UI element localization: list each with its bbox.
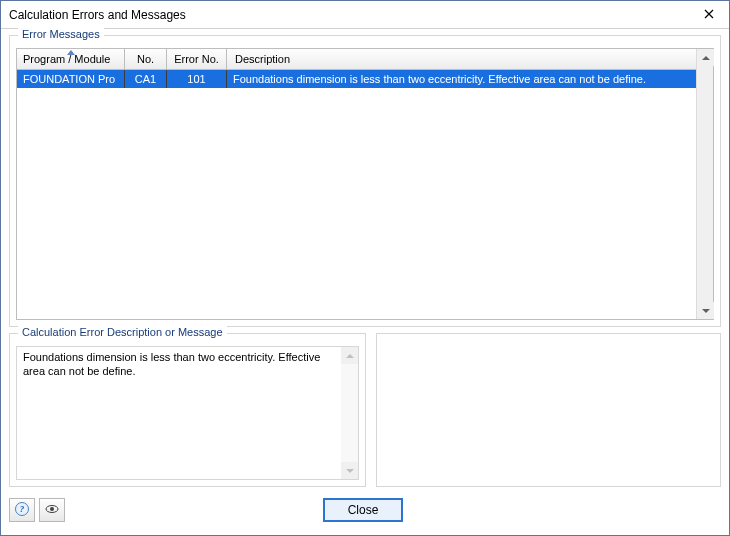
help-button[interactable]: ? — [9, 498, 35, 522]
help-icon: ? — [14, 501, 30, 520]
window-close-button[interactable] — [689, 1, 729, 29]
chevron-down-icon — [702, 304, 710, 318]
empty-panel — [376, 333, 721, 487]
cell-error-no: 101 — [167, 70, 227, 88]
cell-no: CA1 — [125, 70, 167, 88]
eye-icon — [44, 501, 60, 520]
table-row[interactable]: FOUNDATION Pro CA1 101 Foundations dimen… — [17, 70, 696, 88]
scroll-down-button[interactable] — [697, 302, 714, 319]
grid-body: FOUNDATION Pro CA1 101 Foundations dimen… — [17, 70, 696, 319]
footer-left: ? — [9, 498, 65, 522]
dialog-window: Calculation Errors and Messages Error Me… — [0, 0, 730, 536]
close-icon — [704, 8, 714, 22]
column-header-no[interactable]: No. — [125, 49, 167, 69]
grid-vertical-scrollbar[interactable] — [696, 49, 713, 319]
error-messages-group: Error Messages Program / Module No. Erro… — [9, 35, 721, 327]
errors-table-wrap: Program / Module No. Error No. Descripti… — [16, 48, 714, 320]
chevron-down-icon — [346, 464, 354, 478]
description-scrollbar[interactable] — [341, 347, 358, 479]
column-header-description[interactable]: Description — [227, 49, 696, 69]
chevron-up-icon — [346, 349, 354, 363]
error-messages-legend: Error Messages — [18, 28, 104, 40]
description-text: Foundations dimension is less than two e… — [17, 347, 341, 479]
scroll-down-button[interactable] — [341, 462, 358, 479]
description-group: Calculation Error Description or Message… — [9, 333, 366, 487]
description-textbox: Foundations dimension is less than two e… — [16, 346, 359, 480]
content-area: Error Messages Program / Module No. Erro… — [1, 29, 729, 535]
chevron-up-icon — [702, 51, 710, 65]
cell-description: Foundations dimension is less than two e… — [227, 70, 696, 88]
grid-header-row: Program / Module No. Error No. Descripti… — [17, 49, 696, 70]
description-legend: Calculation Error Description or Message — [18, 326, 227, 338]
errors-grid[interactable]: Program / Module No. Error No. Descripti… — [17, 49, 696, 319]
footer: ? Close — [9, 493, 721, 527]
scroll-up-button[interactable] — [697, 49, 714, 66]
svg-text:?: ? — [20, 504, 25, 514]
lower-row: Calculation Error Description or Message… — [9, 333, 721, 487]
column-header-program[interactable]: Program / Module — [17, 49, 125, 69]
close-button[interactable]: Close — [323, 498, 403, 522]
cell-program: FOUNDATION Pro — [17, 70, 125, 88]
svg-point-3 — [50, 507, 54, 511]
titlebar: Calculation Errors and Messages — [1, 1, 729, 29]
scroll-up-button[interactable] — [341, 347, 358, 364]
view-button[interactable] — [39, 498, 65, 522]
window-title: Calculation Errors and Messages — [9, 8, 186, 22]
column-header-error-no[interactable]: Error No. — [167, 49, 227, 69]
